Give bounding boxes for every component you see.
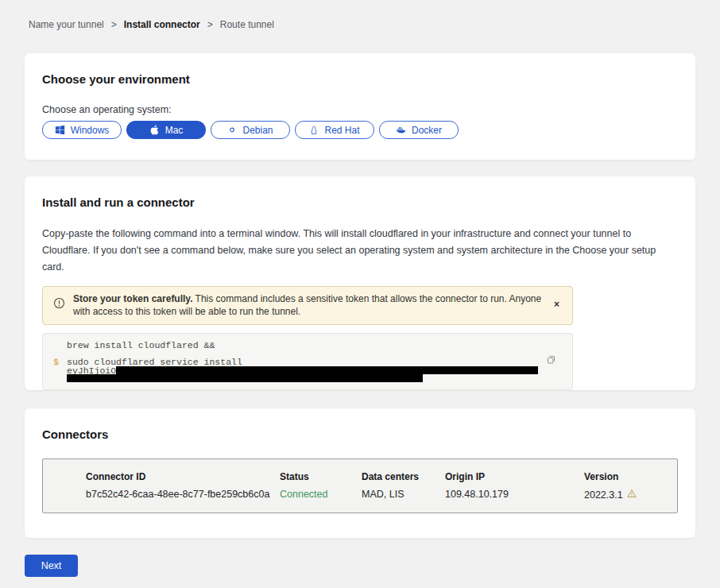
token-warning-banner: Store your token carefully. This command…: [42, 286, 573, 325]
docker-icon: [396, 125, 406, 135]
col-header-data-centers: Data centers: [362, 471, 445, 482]
data-centers-value: MAD, LIS: [362, 489, 445, 501]
os-button-label: Debian: [242, 125, 273, 136]
connectors-card: Connectors Connector ID Status Data cent…: [25, 408, 695, 538]
os-button-windows[interactable]: Windows: [42, 121, 122, 139]
card-title-install: Install and run a connector: [42, 195, 678, 209]
breadcrumb-separator: >: [111, 19, 117, 30]
card-title-connectors: Connectors: [42, 427, 678, 441]
os-select-label: Choose an operating system:: [42, 104, 678, 115]
card-title-environment: Choose your environment: [42, 72, 678, 86]
breadcrumb-separator: >: [207, 19, 213, 30]
next-button[interactable]: Next: [25, 555, 78, 577]
windows-icon: [55, 125, 65, 135]
os-button-docker[interactable]: Docker: [379, 121, 459, 139]
warning-message-bold: Store your token carefully.: [73, 293, 193, 304]
breadcrumb-route-tunnel[interactable]: Route tunnel: [220, 19, 274, 30]
install-description: Copy-paste the following command into a …: [42, 226, 678, 276]
col-header-status: Status: [280, 471, 362, 482]
copy-icon[interactable]: [544, 353, 558, 369]
warning-message: Store your token carefully. This command…: [73, 293, 542, 318]
connector-id-value: b7c52c42-6caa-48ee-8c77-fbe259cb6c0a: [86, 489, 280, 501]
breadcrumb: Name your tunnel > Install connector > R…: [0, 0, 720, 30]
breadcrumb-name-your-tunnel[interactable]: Name your tunnel: [29, 19, 104, 30]
install-connector-card: Install and run a connector Copy-paste t…: [25, 176, 695, 390]
redhat-linux-icon: [309, 126, 319, 135]
breadcrumb-install-connector[interactable]: Install connector: [124, 19, 200, 30]
code-line-1: brew install cloudflared &&: [67, 340, 215, 350]
os-button-group: Windows Mac Debian Red Hat Docker: [42, 121, 678, 139]
status-badge: Connected: [280, 489, 362, 501]
install-command-code-block: $ brew install cloudflared && sudo cloud…: [42, 333, 573, 390]
origin-ip-value: 109.48.10.179: [445, 489, 584, 501]
choose-environment-card: Choose your environment Choose an operat…: [25, 53, 695, 160]
connectors-table: Connector ID Status Data centers Origin …: [42, 458, 678, 513]
os-button-redhat[interactable]: Red Hat: [295, 121, 374, 139]
warning-triangle-icon: [627, 489, 637, 501]
col-header-connector-id: Connector ID: [86, 471, 280, 482]
os-button-label: Docker: [412, 125, 442, 136]
version-value: 2022.3.1: [584, 489, 677, 501]
table-row: b7c52c42-6caa-48ee-8c77-fbe259cb6c0a Con…: [86, 489, 677, 501]
info-icon: [53, 297, 65, 312]
close-icon[interactable]: ×: [554, 300, 559, 309]
os-button-debian[interactable]: Debian: [211, 121, 290, 139]
os-button-label: Mac: [165, 125, 184, 136]
table-header-row: Connector ID Status Data centers Origin …: [86, 471, 677, 482]
terminal-prompt: $: [53, 357, 59, 367]
apple-icon: [149, 125, 160, 135]
col-header-version: Version: [584, 471, 677, 482]
version-number: 2022.3.1: [584, 489, 623, 501]
os-button-mac[interactable]: Mac: [126, 121, 206, 139]
os-button-label: Red Hat: [324, 125, 359, 136]
col-header-origin-ip: Origin IP: [445, 471, 584, 482]
redacted-token-bar-1: [116, 366, 538, 374]
redacted-token-bar-2: [67, 374, 423, 382]
os-button-label: Windows: [71, 125, 110, 136]
debian-icon: [227, 126, 237, 135]
